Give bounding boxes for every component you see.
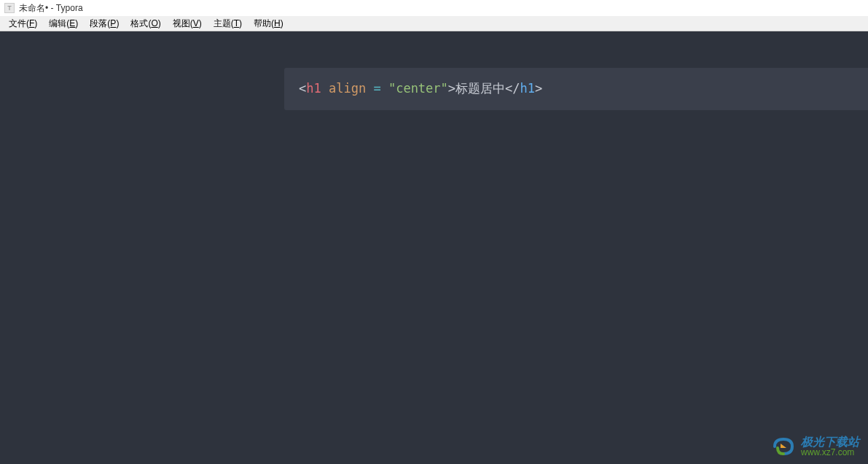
code-token-text: 标题居中	[455, 81, 505, 96]
watermark-url: www.xz7.com	[801, 448, 859, 457]
code-token-attr: align	[329, 81, 366, 96]
menu-edit[interactable]: 编辑(E)	[43, 16, 84, 31]
code-token-space	[381, 81, 388, 96]
code-token-bracket: </	[505, 81, 520, 96]
watermark-name: 极光下载站	[801, 436, 859, 449]
code-token-equals: =	[373, 81, 380, 96]
watermark: 极光下载站 www.xz7.com	[770, 433, 859, 460]
watermark-text: 极光下载站 www.xz7.com	[801, 436, 859, 458]
window-title: 未命名• - Typora	[19, 2, 83, 15]
code-token-tag: h1	[306, 81, 321, 96]
code-token-space	[321, 81, 329, 96]
code-token-value: "center"	[388, 81, 448, 96]
menu-theme[interactable]: 主题(T)	[208, 16, 248, 31]
menu-paragraph[interactable]: 段落(P)	[84, 16, 125, 31]
titlebar: T 未命名• - Typora	[0, 0, 868, 16]
code-token-bracket: <	[299, 81, 306, 96]
menu-view[interactable]: 视图(V)	[167, 16, 208, 31]
watermark-logo-icon	[770, 433, 797, 460]
code-token-space	[366, 81, 373, 96]
code-token-bracket: >	[448, 81, 455, 96]
code-block[interactable]: <h1 align = "center">标题居中</h1>	[284, 68, 868, 110]
menu-help[interactable]: 帮助(H)	[248, 16, 289, 31]
code-token-bracket: >	[535, 81, 542, 96]
menu-format[interactable]: 格式(O)	[125, 16, 166, 31]
menu-file[interactable]: 文件(F)	[3, 16, 43, 31]
editor-area[interactable]: <h1 align = "center">标题居中</h1> 极光下载站 www…	[0, 31, 868, 464]
menubar: 文件(F) 编辑(E) 段落(P) 格式(O) 视图(V) 主题(T) 帮助(H…	[0, 16, 868, 31]
app-icon: T	[4, 3, 15, 13]
code-token-close-tag: h1	[520, 81, 535, 96]
